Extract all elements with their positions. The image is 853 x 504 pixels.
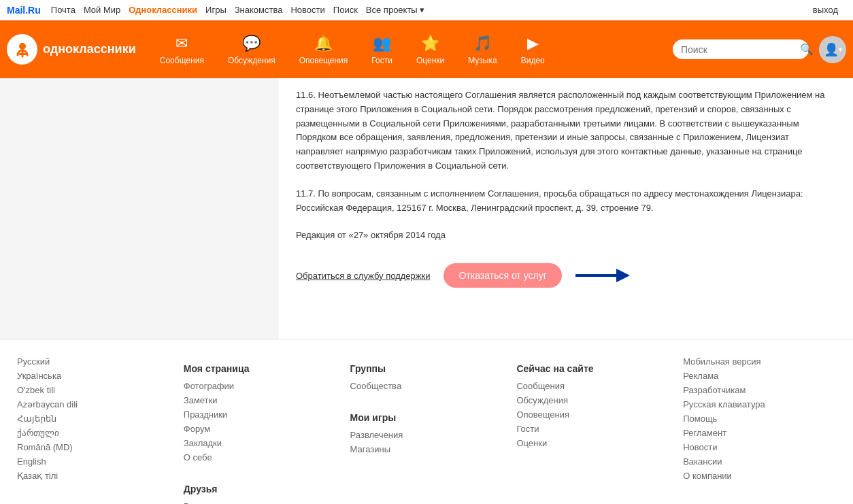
footer: Русский Українська O'zbek tili Azərbayca… [0,339,853,504]
nav-discussions[interactable]: 💬 Обсуждения [218,29,286,71]
footer-mobile[interactable]: Мобильная версия [683,356,836,367]
footer-about-company[interactable]: О компании [683,471,836,481]
footer-holidays[interactable]: Праздники [184,409,337,420]
paragraph-2: 11.7. По вопросам, связанным с исполнени… [296,187,836,216]
top-nav: Mail.Ru Почта Мой Мир Одноклассники Игры… [0,0,853,20]
footer-friends-title: Друзья [184,484,337,494]
nav-znakomstva[interactable]: Знакомства [235,5,283,15]
nav-odnoklassniki[interactable]: Одноклассники [129,5,197,15]
nav-music[interactable]: 🎵 Музыка [458,29,507,71]
nav-moimir[interactable]: Мой Мир [84,5,120,15]
footer-maybe-know[interactable]: Возможно, вы знакомы [184,501,337,504]
video-label: Видео [521,56,545,65]
footer-bookmarks[interactable]: Закладки [184,438,337,448]
discussions-icon: 💬 [242,34,261,53]
discussions-label: Обсуждения [228,56,275,65]
main-wrapper: 11.6. Неотъемлемой частью настоящего Сог… [0,78,853,339]
search-input[interactable] [681,44,800,55]
avatar-dropdown-icon: ▾ [839,46,842,53]
notifications-icon: 🔔 [314,34,333,53]
revision-text: Редакция от «27» октября 2014 года [296,229,836,243]
video-icon: ▶ [523,34,542,53]
footer-forum[interactable]: Форум [184,424,337,434]
nav-novosti[interactable]: Новости [290,5,324,15]
footer-now-title: Сейчас на сайте [516,363,669,374]
search-box: 🔍 [673,39,809,59]
footer-communities[interactable]: Сообщества [350,381,503,391]
footer-shops[interactable]: Магазины [350,444,503,454]
ratings-label: Оценки [416,56,444,65]
action-bar: Обратиться в службу поддержки Отказаться… [296,263,836,288]
footer-now-notifications[interactable]: Оповещения [516,409,669,420]
footer-now-ratings[interactable]: Оценки [516,438,669,448]
footer-keyboard[interactable]: Русская клавиатура [683,399,836,409]
ok-logo-text: одноклассники [43,42,136,56]
lang-azerbaijani[interactable]: Azərbaycan dili [17,399,170,409]
footer-photos[interactable]: Фотографии [184,381,337,391]
footer-misc: Мобильная версия Реклама Разработчикам Р… [676,356,843,504]
footer-now-discussions[interactable]: Обсуждения [516,395,669,405]
footer-ads[interactable]: Реклама [683,371,836,381]
music-icon: 🎵 [473,34,492,53]
user-avatar[interactable]: 👤 ▾ [819,36,846,63]
footer-now-on-site: Сейчас на сайте Сообщения Обсуждения Опо… [509,356,676,504]
footer-my-page: Моя страница Фотографии Заметки Праздник… [177,356,344,504]
lang-uzbek[interactable]: O'zbek tili [17,385,170,395]
notifications-label: Оповещения [299,56,348,65]
footer-my-games-title: Мои игры [350,412,503,423]
messages-label: Сообщения [160,56,204,65]
cancel-services-button[interactable]: Отказаться от услуг [444,263,561,288]
arrow-indicator [575,265,630,286]
footer-news[interactable]: Новости [683,442,836,452]
nav-allprojects[interactable]: Все проекты ▾ [366,5,425,15]
footer-my-page-title: Моя страница [184,363,337,374]
svg-point-0 [19,43,26,50]
music-label: Музыка [468,56,497,65]
footer-now-messages[interactable]: Сообщения [516,381,669,391]
lang-ukrainian[interactable]: Українська [17,371,170,381]
footer-help[interactable]: Помощь [683,414,836,424]
nav-video[interactable]: ▶ Видео [511,29,555,71]
avatar-icon: 👤 [824,42,839,57]
nav-notifications[interactable]: 🔔 Оповещения [289,29,358,71]
lang-russian[interactable]: Русский [17,356,170,367]
lang-english[interactable]: English [17,456,170,467]
footer-groups-games: Группы Сообщества Мои игры Развлечения М… [344,356,510,504]
sidebar [0,78,279,339]
guests-label: Гости [371,56,392,65]
nav-messages[interactable]: ✉ Сообщения [150,29,214,71]
ok-logo-icon [7,34,37,65]
messages-icon: ✉ [172,34,191,53]
lang-armenian[interactable]: Հայերեն [17,414,170,424]
footer-groups-title: Группы [350,363,503,374]
nav-poisk[interactable]: Поиск [333,5,358,15]
ok-nav-items: ✉ Сообщения 💬 Обсуждения 🔔 Оповещения 👥 … [150,29,673,71]
nav-ratings[interactable]: ⭐ Оценки [406,29,454,71]
footer-regulations[interactable]: Регламент [683,428,836,438]
svg-marker-4 [616,269,630,282]
mailru-logo[interactable]: Mail.Ru [7,5,41,16]
nav-guests[interactable]: 👥 Гости [361,29,403,71]
ok-logo[interactable]: одноклассники [7,34,136,65]
content-area: 11.6. Неотъемлемой частью настоящего Сог… [279,78,853,339]
nav-igry[interactable]: Игры [205,5,227,15]
lang-romanian[interactable]: Română (MD) [17,442,170,452]
logout-link[interactable]: выход [813,5,838,15]
nav-pochta[interactable]: Почта [51,5,76,15]
footer-languages: Русский Українська O'zbek tili Azərbayca… [10,356,177,504]
lang-kazakh[interactable]: Қазақ тілі [17,471,170,481]
guests-icon: 👥 [373,34,392,53]
footer-notes[interactable]: Заметки [184,395,337,405]
ok-header: одноклассники ✉ Сообщения 💬 Обсуждения 🔔… [0,20,853,78]
support-link[interactable]: Обратиться в службу поддержки [296,271,430,281]
footer-now-guests[interactable]: Гости [516,424,669,434]
lang-georgian[interactable]: ქართული [17,428,170,438]
footer-about[interactable]: О себе [184,452,337,463]
footer-entertainment[interactable]: Развлечения [350,430,503,440]
paragraph-1: 11.6. Неотъемлемой частью настоящего Сог… [296,88,836,173]
ratings-icon: ⭐ [421,34,440,53]
footer-vacancies[interactable]: Вакансии [683,456,836,467]
footer-developers[interactable]: Разработчикам [683,385,836,395]
search-button[interactable]: 🔍 [800,43,814,56]
